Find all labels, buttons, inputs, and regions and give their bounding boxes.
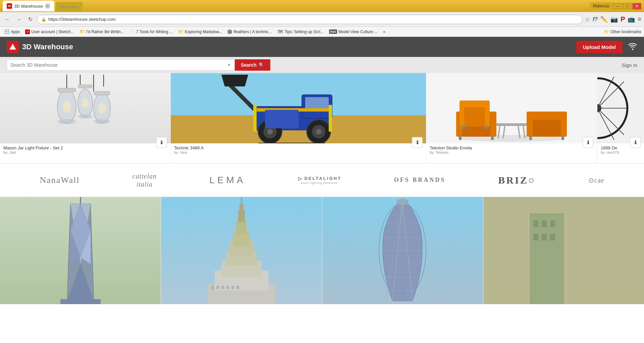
download-button-technic[interactable]: ⬇ bbox=[412, 137, 423, 148]
active-tab[interactable]: 3D 3D Warehouse × bbox=[3, 1, 54, 11]
brand-deltalight-sub: ▷ DELTALIGHT pure lighting pleasure. bbox=[298, 176, 341, 185]
svg-point-9 bbox=[57, 119, 76, 124]
svg-rect-1 bbox=[11, 47, 14, 50]
maximize-button[interactable]: □ bbox=[623, 3, 632, 9]
cast-icon[interactable]: 📺 bbox=[628, 16, 635, 23]
tab-favicon: 3D bbox=[7, 3, 12, 9]
apps-icon bbox=[5, 29, 9, 34]
other-bookmarks-label: Other bookmarks bbox=[610, 29, 641, 34]
address-bar[interactable]: 🔒 https://3dwarehouse.sketchup.com bbox=[37, 15, 583, 24]
bookmarks-bar: Apps U User account | Sketch... 📁 I'd Ra… bbox=[0, 27, 644, 37]
bookmark-markdown[interactable]: 📁 Exploring Markdow... bbox=[176, 28, 224, 35]
bookmark-user-account-label: User account | Sketch... bbox=[31, 29, 74, 34]
upload-model-button[interactable]: Upload Model bbox=[576, 41, 623, 53]
model-card-partial[interactable]: 1898 De by: ram076 ⬇ bbox=[597, 73, 644, 163]
svg-rect-35 bbox=[258, 143, 325, 143]
tab-title: 3D Warehouse bbox=[14, 4, 43, 9]
minimize-button[interactable]: — bbox=[613, 3, 623, 9]
avatar-icon bbox=[227, 29, 232, 34]
search-dropdown-arrow[interactable]: ▼ bbox=[227, 63, 231, 67]
building-image-1 bbox=[0, 197, 161, 304]
svg-rect-83 bbox=[239, 204, 244, 212]
user-label: Rebecca bbox=[590, 2, 612, 10]
svg-rect-81 bbox=[236, 220, 247, 234]
model-card-technic[interactable]: Technic 3489 A by: Xevi ⬇ bbox=[171, 73, 427, 163]
model-info-teknion: Teknion Studio-Envita by: Teknion bbox=[426, 143, 597, 156]
refresh-button[interactable]: ↻ bbox=[25, 15, 35, 24]
building-card-1[interactable] bbox=[0, 197, 161, 304]
user-account-favicon: U bbox=[25, 29, 30, 34]
svg-rect-16 bbox=[94, 91, 110, 95]
svg-line-66 bbox=[597, 108, 614, 140]
svg-point-10 bbox=[63, 100, 71, 113]
bookmark-tools-label: 7 Tools for Writing ... bbox=[136, 29, 173, 34]
model-image-mason-jar bbox=[0, 73, 170, 143]
brand-lema[interactable]: LEMA bbox=[209, 175, 246, 186]
download-button-partial[interactable]: ⬇ bbox=[630, 137, 641, 148]
search-input[interactable] bbox=[10, 62, 227, 68]
svg-point-31 bbox=[316, 129, 321, 134]
sign-in-link[interactable]: Sign In bbox=[622, 62, 637, 68]
bookmark-tips-label: Tips: Setting up Scri... bbox=[284, 29, 324, 34]
svg-line-23 bbox=[228, 83, 255, 110]
building-card-3[interactable] bbox=[322, 197, 483, 304]
building-card-4[interactable] bbox=[483, 197, 644, 304]
search-button[interactable]: Search 🔍 bbox=[235, 59, 270, 71]
eyedropper-icon[interactable]: ✏️ bbox=[600, 16, 608, 23]
font-icon[interactable]: f? bbox=[593, 16, 598, 22]
other-bookmarks[interactable]: 📁 Other bookmarks bbox=[604, 29, 641, 34]
close-button[interactable]: ✕ bbox=[632, 3, 641, 9]
bookmark-rather-be-writing[interactable]: 📁 I'd Rather Be Writin... bbox=[77, 28, 126, 35]
camera-icon[interactable]: 📷 bbox=[610, 16, 618, 23]
back-button[interactable]: ← bbox=[3, 15, 12, 24]
bookmark-user-account[interactable]: U User account | Sketch... bbox=[23, 29, 76, 35]
bookmark-tips[interactable]: TH Tips: Setting up Scri... bbox=[275, 29, 326, 35]
download-button-mason-jar[interactable]: ⬇ bbox=[156, 137, 167, 148]
brand-cattelan[interactable]: cattelanitalia bbox=[132, 172, 157, 188]
inactive-tab[interactable]: about:blank bbox=[56, 2, 83, 11]
svg-rect-112 bbox=[550, 234, 555, 241]
svg-point-14 bbox=[82, 98, 89, 108]
logo-icon bbox=[7, 41, 19, 53]
model-card-mason-jar[interactable]: Mason Jar Light Fixture - Set 2 by: Joel… bbox=[0, 73, 171, 163]
svg-rect-89 bbox=[226, 286, 229, 289]
svg-rect-54 bbox=[484, 125, 487, 129]
bookmark-more[interactable]: » bbox=[381, 29, 387, 35]
svg-point-2 bbox=[632, 49, 633, 50]
menu-icon[interactable]: ≡ bbox=[638, 16, 641, 23]
svg-point-18 bbox=[98, 103, 106, 114]
brand-ofs[interactable]: OFS BRANDS bbox=[394, 177, 446, 184]
model-card-teknion[interactable]: Teknion Studio-Envita by: Teknion ⬇ bbox=[426, 73, 597, 163]
svg-rect-48 bbox=[561, 135, 564, 140]
forward-button[interactable]: → bbox=[14, 15, 23, 24]
svg-line-62 bbox=[597, 82, 624, 108]
page-icon: 📄 bbox=[129, 29, 135, 34]
bookmark-tools-writing[interactable]: 📄 7 Tools for Writing ... bbox=[127, 28, 175, 35]
svg-rect-74 bbox=[60, 299, 101, 304]
svg-rect-90 bbox=[231, 286, 234, 289]
bookmark-star-icon[interactable]: ☆ bbox=[585, 16, 590, 23]
building-image-3 bbox=[322, 197, 483, 304]
svg-rect-8 bbox=[58, 88, 76, 92]
bookmark-apps[interactable]: Apps bbox=[3, 29, 22, 35]
brand-brizo[interactable]: BRIZ○ bbox=[498, 175, 535, 186]
tab-close-button[interactable]: × bbox=[45, 3, 50, 9]
bookmark-model-view[interactable]: mvc Model View Culture ... bbox=[327, 29, 380, 35]
lock-icon: 🔒 bbox=[41, 17, 46, 22]
svg-rect-46 bbox=[561, 117, 567, 137]
site-logo[interactable]: 3D Warehouse bbox=[7, 41, 73, 53]
model-grid-top: Mason Jar Light Fixture - Set 2 by: Joel… bbox=[0, 73, 644, 163]
model-author-mason-jar: by: Joel bbox=[3, 150, 167, 154]
brand-nanawall[interactable]: NanaWall bbox=[40, 175, 79, 185]
download-button-teknion[interactable]: ⬇ bbox=[583, 137, 593, 148]
model-title-teknion: Teknion Studio-Envita bbox=[430, 145, 593, 150]
svg-rect-33 bbox=[329, 105, 332, 132]
bookmark-ffeathers-label: ffeathers | A technic... bbox=[233, 29, 272, 34]
bookmark-markdown-label: Exploring Markdow... bbox=[185, 29, 222, 34]
svg-rect-42 bbox=[491, 135, 494, 140]
model-image-teknion bbox=[426, 73, 597, 143]
brand-cae[interactable]: ⊙cae bbox=[588, 176, 604, 184]
bookmark-ffeathers[interactable]: ffeathers | A technic... bbox=[225, 29, 274, 35]
pinterest-icon[interactable]: P bbox=[621, 15, 625, 23]
building-card-2[interactable] bbox=[161, 197, 322, 304]
